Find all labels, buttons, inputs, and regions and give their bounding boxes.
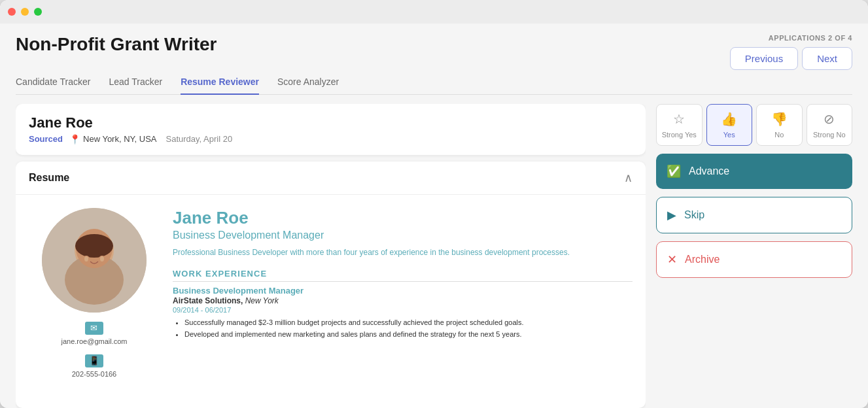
avatar	[42, 208, 147, 313]
app-window: Non-Profit Grant Writer APPLICATIONS 2 O…	[0, 0, 868, 408]
location-group: 📍 New York, NY, USA	[69, 134, 156, 144]
company-name-0: AirState Solutions,	[173, 296, 245, 305]
candidate-date: Saturday, April 20	[166, 134, 233, 144]
job-title-0: Business Development Manager	[173, 286, 633, 296]
advance-label: Advance	[689, 165, 729, 177]
archive-icon: ✕	[667, 252, 677, 267]
location-icon: 📍	[69, 134, 80, 144]
job-bullets-0: Successfully managed $2-3 million budget…	[173, 318, 633, 340]
strong-no-button[interactable]: ⊘ Strong No	[807, 104, 853, 146]
vote-buttons: ☆ Strong Yes 👍 Yes 👎 No ⊘ Strong No	[656, 104, 852, 146]
right-panel: ☆ Strong Yes 👍 Yes 👎 No ⊘ Strong No	[656, 104, 852, 409]
resume-section-title: Resume	[29, 172, 69, 184]
svg-point-6	[97, 251, 102, 256]
minimize-button[interactable]	[21, 8, 29, 16]
job-bullet-0-1: Developed and implemented new marketing …	[184, 330, 633, 339]
phone-contact: 📱 202-555-0166	[72, 354, 117, 378]
no-label: No	[774, 131, 784, 139]
svg-point-10	[100, 256, 104, 262]
thumbs-down-icon: 👎	[771, 111, 788, 127]
resume-card: Resume ∧	[16, 162, 646, 409]
collapse-resume-button[interactable]: ∧	[624, 171, 633, 185]
candidate-location: New York, NY, USA	[83, 134, 156, 144]
archive-button[interactable]: ✕ Archive	[656, 241, 852, 278]
skip-icon: ▶	[667, 208, 676, 222]
nav-pagination: APPLICATIONS 2 OF 4 Previous Next	[730, 34, 852, 70]
strong-yes-label: Strong Yes	[662, 131, 697, 139]
close-button[interactable]	[8, 8, 16, 16]
strong-no-label: Strong No	[813, 131, 846, 139]
archive-label: Archive	[685, 254, 720, 265]
candidate-name: Jane Roe	[29, 114, 633, 131]
email-text: jane.roe@gmail.com	[61, 337, 127, 345]
block-icon: ⊘	[824, 111, 835, 127]
resume-header: Resume ∧	[16, 162, 646, 195]
svg-point-4	[75, 234, 113, 258]
tab-lead-tracker[interactable]: Lead Tracker	[109, 76, 162, 95]
resume-left-column: ✉ jane.roe@gmail.com 📱 202-555-0166	[29, 208, 160, 396]
resume-person-name: Jane Roe	[173, 208, 633, 228]
resume-job-title: Business Development Manager	[173, 230, 633, 241]
phone-text: 202-555-0166	[72, 370, 117, 378]
advance-icon: ✅	[667, 164, 681, 178]
left-panel: Jane Roe Sourced 📍 New York, NY, USA Sat…	[16, 104, 646, 409]
strong-yes-button[interactable]: ☆ Strong Yes	[656, 104, 703, 146]
tab-candidate-tracker[interactable]: Candidate Tracker	[16, 76, 90, 95]
next-button[interactable]: Next	[802, 47, 852, 70]
yes-button[interactable]: 👍 Yes	[706, 104, 753, 146]
svg-point-5	[86, 251, 92, 256]
job-bullet-0-0: Successfully managed $2-3 million budget…	[184, 318, 633, 328]
body-area: Jane Roe Sourced 📍 New York, NY, USA Sat…	[16, 104, 852, 409]
company-location-0: New York	[245, 296, 279, 305]
resume-bio: Professional Business Developer with mor…	[173, 246, 633, 258]
tab-resume-reviewer[interactable]: Resume Reviewer	[181, 76, 259, 95]
candidate-meta: Sourced 📍 New York, NY, USA Saturday, Ap…	[29, 134, 633, 144]
titlebar	[0, 0, 868, 24]
email-contact: ✉ jane.roe@gmail.com	[61, 322, 127, 345]
phone-icon: 📱	[85, 354, 103, 367]
previous-button[interactable]: Previous	[730, 47, 798, 70]
no-button[interactable]: 👎 No	[756, 104, 803, 146]
job-company-0: AirState Solutions, New York	[173, 296, 633, 305]
resume-body: ✉ jane.roe@gmail.com 📱 202-555-0166 Jane…	[16, 195, 646, 409]
skip-label: Skip	[684, 209, 704, 221]
tab-bar: Candidate Tracker Lead Tracker Resume Re…	[16, 76, 852, 95]
applications-label: APPLICATIONS 2 OF 4	[769, 34, 852, 42]
resume-right-column: Jane Roe Business Development Manager Pr…	[173, 208, 633, 396]
svg-point-9	[84, 256, 88, 262]
star-icon: ☆	[673, 111, 685, 127]
advance-button[interactable]: ✅ Advance	[656, 154, 852, 189]
work-experience-title: WORK EXPERIENCE	[173, 269, 633, 282]
job-dates-0: 09/2014 - 06/2017	[173, 306, 633, 314]
page-title: Non-Profit Grant Writer	[16, 34, 217, 55]
sourced-badge: Sourced	[29, 134, 63, 144]
main-content: Non-Profit Grant Writer APPLICATIONS 2 O…	[0, 24, 868, 408]
candidate-header-card: Jane Roe Sourced 📍 New York, NY, USA Sat…	[16, 104, 646, 155]
pagination-buttons: Previous Next	[730, 47, 852, 70]
email-icon: ✉	[85, 322, 103, 335]
maximize-button[interactable]	[34, 8, 42, 16]
top-bar: Non-Profit Grant Writer APPLICATIONS 2 O…	[16, 34, 852, 70]
skip-button[interactable]: ▶ Skip	[656, 197, 852, 233]
yes-label: Yes	[723, 131, 735, 139]
tab-score-analyzer[interactable]: Score Analyzer	[277, 76, 339, 95]
thumbs-up-icon: 👍	[721, 111, 737, 127]
